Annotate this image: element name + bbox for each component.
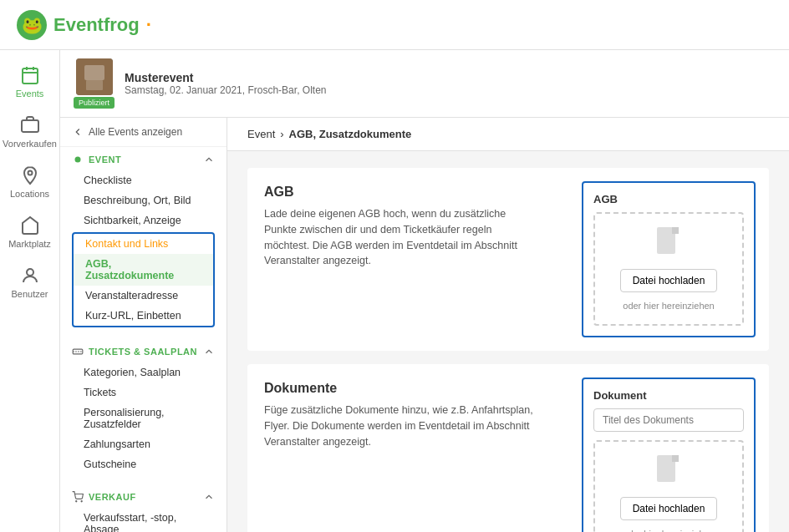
sidebar-section-verkauf: VERKAUF Verkaufsstart, -stop, Absage Blo… [60, 484, 227, 532]
svg-rect-16 [672, 227, 679, 234]
agb-upload-hint: oder hier hereinziehen [623, 301, 714, 311]
doc-upload-area[interactable]: Datei hochladen oder hier hereinziehen [593, 440, 744, 532]
agb-section: AGB Lade deine eigenen AGB hoch, wenn du… [247, 168, 769, 351]
svg-rect-18 [672, 455, 679, 462]
doc-upload-label: Dokument [593, 389, 744, 402]
svg-point-10 [75, 157, 81, 163]
file-icon-2 [655, 455, 682, 489]
nav-events[interactable]: Events [0, 57, 59, 107]
breadcrumb-parent: Event [247, 128, 275, 140]
sidebar-item-zahlungsarten[interactable]: Zahlungsarten [72, 434, 215, 454]
doc-section: Dokumente Füge zusätzliche Dokumente hin… [247, 364, 769, 532]
agb-title: AGB [264, 185, 535, 200]
sidebar-section-verkauf-label: VERKAUF [89, 492, 136, 502]
sidebar-back[interactable]: Alle Events anzeigen [60, 118, 227, 147]
svg-rect-0 [23, 68, 38, 84]
sidebar-item-beschreibung[interactable]: Beschreibung, Ort, Bild [72, 190, 215, 210]
svg-point-14 [81, 501, 82, 502]
sidebar-event-items: Checkliste Beschreibung, Ort, Bild Sicht… [72, 170, 215, 327]
svg-rect-9 [86, 80, 103, 90]
header: 🐸 Eventfrog · [0, 0, 789, 50]
logo-dot: · [146, 14, 151, 36]
nav-marktplatz-label: Marktplatz [8, 239, 51, 249]
agb-text: Lade deine eigenen AGB hoch, wenn du zus… [264, 206, 535, 269]
main-content: Event › AGB, Zusatzdokumente AGB Lade de… [227, 118, 789, 532]
sidebar-item-personalisierung[interactable]: Personalisierung, Zusatzfelder [72, 403, 215, 434]
doc-description: Dokumente Füge zusätzliche Dokumente hin… [247, 364, 552, 532]
sidebar-item-sichtbarkeit[interactable]: Sichtbarkeit, Anzeige [72, 210, 215, 231]
nav-benutzer[interactable]: Benutzer [0, 257, 59, 307]
sidebar-item-tickets[interactable]: Tickets [72, 383, 215, 403]
nav-locations-label: Locations [10, 189, 49, 199]
sidebar-item-kategorien[interactable]: Kategorien, Saalplan [72, 362, 215, 383]
sidebar-section-tickets: TICKETS & SAALPLAN Kategorien, Saalplan … [60, 339, 227, 478]
sidebar-back-label: Alle Events anzeigen [89, 126, 182, 138]
breadcrumb: Event › AGB, Zusatzdokumente [227, 118, 789, 151]
sidebar-verkauf-items: Verkaufsstart, -stop, Absage Blockieren … [72, 508, 215, 532]
logo: 🐸 Eventfrog · [17, 10, 151, 40]
svg-rect-4 [22, 120, 38, 132]
logo-frog-icon: 🐸 [17, 10, 47, 40]
agb-upload-area[interactable]: Datei hochladen oder hier hereinziehen [593, 212, 744, 326]
sidebar-item-agb[interactable]: AGB, Zusatzdokumente [74, 254, 213, 286]
agb-description: AGB Lade deine eigenen AGB hoch, wenn du… [247, 168, 552, 351]
main-layout: Events Vorverkaufen Locations Marktplatz… [0, 50, 789, 532]
svg-point-5 [28, 171, 32, 175]
sidebar: Alle Events anzeigen EVENT Checkliste Be… [60, 118, 227, 532]
sidebar-item-kurzurl[interactable]: Kurz-URL, Einbetten [74, 306, 213, 326]
doc-text: Füge zusätzliche Dokumente hinzu, wie z.… [264, 403, 535, 449]
logo-text: Eventfrog [53, 14, 140, 36]
nav-benutzer-label: Benutzer [11, 289, 48, 299]
sidebar-section-event: EVENT Checkliste Beschreibung, Ort, Bild… [60, 147, 227, 332]
chevron-up-icon-3 [203, 491, 215, 503]
doc-upload-button[interactable]: Datei hochladen [620, 497, 718, 520]
doc-title: Dokumente [264, 381, 535, 396]
sidebar-tickets-items: Kategorien, Saalplan Tickets Personalisi… [72, 362, 215, 474]
nav-vorverkaufen-label: Vorverkaufen [3, 139, 57, 149]
event-header: Publiziert Musterevent Samstag, 02. Janu… [60, 50, 789, 118]
svg-point-6 [27, 269, 33, 276]
sidebar-item-kontakt[interactable]: Kontakt und Links [74, 234, 213, 254]
event-date: Samstag, 02. Januar 2021, Frosch-Bar, Ol… [125, 84, 326, 96]
nav-locations[interactable]: Locations [0, 157, 59, 207]
sidebar-section-event-label: EVENT [89, 155, 121, 165]
sidebar-section-event-header: EVENT [72, 154, 215, 165]
chevron-up-icon-2 [203, 346, 215, 357]
agb-widget: AGB Datei hochladen oder hier hereinzieh… [568, 168, 769, 351]
event-name: Musterevent [125, 71, 326, 84]
sidebar-highlighted-group: Kontakt und Links AGB, Zusatzdokumente V… [72, 232, 215, 327]
sidebar-item-veranstalter[interactable]: Veranstalteradresse [74, 286, 213, 306]
doc-widget: Dokument Datei hochladen oder [568, 364, 769, 532]
doc-upload-hint: oder hier hereinziehen [623, 529, 714, 532]
agb-upload-label: AGB [593, 193, 744, 205]
sidebar-item-gutscheine[interactable]: Gutscheine [72, 454, 215, 474]
agb-upload-button[interactable]: Datei hochladen [620, 269, 718, 292]
agb-upload-box: AGB Datei hochladen oder hier hereinzieh… [582, 181, 756, 337]
chevron-up-icon [203, 154, 215, 165]
file-icon [655, 227, 682, 261]
content-area: AGB Lade deine eigenen AGB hoch, wenn du… [227, 151, 789, 532]
sidebar-section-tickets-header: TICKETS & SAALPLAN [72, 346, 215, 357]
nav-events-label: Events [16, 89, 44, 99]
breadcrumb-separator: › [280, 128, 283, 140]
svg-point-13 [76, 501, 77, 502]
nav-marktplatz[interactable]: Marktplatz [0, 207, 59, 257]
doc-title-input[interactable] [593, 408, 744, 432]
svg-rect-8 [84, 65, 104, 80]
event-thumbnail [76, 58, 113, 95]
sidebar-item-verkaufsstart[interactable]: Verkaufsstart, -stop, Absage [72, 508, 215, 532]
nav-vorverkaufen[interactable]: Vorverkaufen [0, 107, 59, 157]
event-info: Musterevent Samstag, 02. Januar 2021, Fr… [125, 71, 326, 96]
sidebar-section-verkauf-header: VERKAUF [72, 491, 215, 503]
event-badge: Publiziert [74, 97, 115, 109]
icon-nav: Events Vorverkaufen Locations Marktplatz… [0, 50, 60, 532]
doc-upload-box: Dokument Datei hochladen oder [582, 377, 756, 532]
breadcrumb-current: AGB, Zusatzdokumente [289, 128, 412, 140]
sidebar-section-tickets-label: TICKETS & SAALPLAN [89, 347, 197, 357]
sidebar-item-checkliste[interactable]: Checkliste [72, 170, 215, 190]
